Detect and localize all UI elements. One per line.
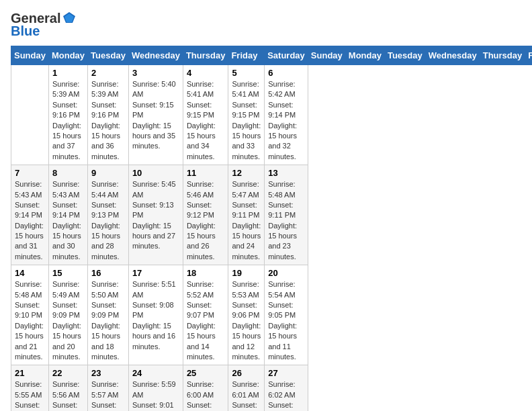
day-info: Sunrise: 5:43 AMSunset: 9:14 PMDaylight:…	[52, 179, 84, 262]
weekday-header-friday: Friday	[228, 46, 265, 65]
calendar-cell: 10Sunrise: 5:45 AMSunset: 9:13 PMDayligh…	[128, 165, 183, 265]
day-number: 25	[187, 368, 225, 378]
calendar-cell: 4Sunrise: 5:41 AMSunset: 9:15 PMDaylight…	[183, 65, 228, 165]
day-number: 11	[187, 168, 225, 178]
weekday-header-sunday: Sunday	[11, 46, 49, 65]
logo: General Blue	[11, 11, 77, 39]
day-info: Sunrise: 5:59 AMSunset: 9:01 PMDaylight:…	[132, 379, 179, 411]
calendar-cell: 7Sunrise: 5:43 AMSunset: 9:14 PMDaylight…	[11, 165, 49, 265]
day-number: 26	[232, 368, 261, 378]
calendar-week-1: 1Sunrise: 5:39 AMSunset: 9:16 PMDaylight…	[11, 65, 533, 165]
day-number: 20	[268, 268, 304, 278]
day-number: 22	[52, 368, 84, 378]
calendar-cell: 27Sunrise: 6:02 AMSunset: 8:58 PMDayligh…	[265, 365, 308, 411]
day-info: Sunrise: 6:01 AMSunset: 8:59 PMDaylight:…	[232, 379, 261, 411]
day-number: 6	[268, 68, 304, 78]
calendar-cell: 5Sunrise: 5:41 AMSunset: 9:15 PMDaylight…	[228, 65, 265, 165]
day-info: Sunrise: 5:41 AMSunset: 9:15 PMDaylight:…	[232, 79, 261, 162]
calendar-cell: 16Sunrise: 5:50 AMSunset: 9:09 PMDayligh…	[88, 265, 129, 365]
calendar-cell: 3Sunrise: 5:40 AMSunset: 9:15 PMDaylight…	[128, 65, 183, 165]
weekday-header-monday: Monday	[345, 46, 384, 65]
day-number: 3	[132, 68, 179, 78]
day-number: 7	[15, 168, 45, 178]
day-info: Sunrise: 5:57 AMSunset: 9:02 PMDaylight:…	[91, 379, 125, 411]
day-info: Sunrise: 6:02 AMSunset: 8:58 PMDaylight:…	[268, 379, 304, 411]
calendar-cell: 11Sunrise: 5:46 AMSunset: 9:12 PMDayligh…	[183, 165, 228, 265]
weekday-header-tuesday: Tuesday	[384, 46, 425, 65]
day-info: Sunrise: 5:41 AMSunset: 9:15 PMDaylight:…	[187, 79, 225, 162]
day-number: 21	[15, 368, 45, 378]
calendar-week-2: 7Sunrise: 5:43 AMSunset: 9:14 PMDaylight…	[11, 165, 533, 265]
logo-flag-icon	[62, 11, 77, 26]
calendar-cell: 9Sunrise: 5:44 AMSunset: 9:13 PMDaylight…	[88, 165, 129, 265]
day-info: Sunrise: 5:39 AMSunset: 9:16 PMDaylight:…	[91, 79, 125, 162]
day-number: 12	[232, 168, 261, 178]
day-number: 1	[52, 68, 84, 78]
day-info: Sunrise: 5:43 AMSunset: 9:14 PMDaylight:…	[15, 179, 45, 262]
day-number: 13	[268, 168, 304, 178]
day-info: Sunrise: 5:54 AMSunset: 9:05 PMDaylight:…	[268, 279, 304, 362]
weekday-header-monday: Monday	[48, 46, 87, 65]
day-info: Sunrise: 5:39 AMSunset: 9:16 PMDaylight:…	[52, 79, 84, 162]
day-number: 16	[91, 268, 125, 278]
calendar-cell: 15Sunrise: 5:49 AMSunset: 9:09 PMDayligh…	[48, 265, 87, 365]
day-info: Sunrise: 5:40 AMSunset: 9:15 PMDaylight:…	[132, 79, 179, 152]
day-info: Sunrise: 5:45 AMSunset: 9:13 PMDaylight:…	[132, 179, 179, 252]
day-number: 4	[187, 68, 225, 78]
day-info: Sunrise: 5:48 AMSunset: 9:11 PMDaylight:…	[268, 179, 304, 262]
page-header: General Blue	[11, 11, 521, 39]
calendar-cell: 22Sunrise: 5:56 AMSunset: 9:03 PMDayligh…	[48, 365, 87, 411]
weekday-header-saturday: Saturday	[265, 46, 308, 65]
day-info: Sunrise: 5:44 AMSunset: 9:13 PMDaylight:…	[91, 179, 125, 262]
day-info: Sunrise: 5:42 AMSunset: 9:14 PMDaylight:…	[268, 79, 304, 162]
calendar-cell: 20Sunrise: 5:54 AMSunset: 9:05 PMDayligh…	[265, 265, 308, 365]
calendar-cell: 25Sunrise: 6:00 AMSunset: 9:00 PMDayligh…	[183, 365, 228, 411]
day-info: Sunrise: 5:53 AMSunset: 9:06 PMDaylight:…	[232, 279, 261, 362]
day-number: 9	[91, 168, 125, 178]
calendar-week-4: 21Sunrise: 5:55 AMSunset: 9:04 PMDayligh…	[11, 365, 533, 411]
weekday-header-sunday: Sunday	[308, 46, 345, 65]
day-info: Sunrise: 5:52 AMSunset: 9:07 PMDaylight:…	[187, 279, 225, 362]
weekday-header-thursday: Thursday	[183, 46, 228, 65]
calendar-cell: 1Sunrise: 5:39 AMSunset: 9:16 PMDaylight…	[48, 65, 87, 165]
weekday-header-friday: Friday	[525, 46, 532, 65]
logo-blue-text: Blue	[11, 24, 40, 39]
day-info: Sunrise: 5:46 AMSunset: 9:12 PMDaylight:…	[187, 179, 225, 262]
calendar-cell: 18Sunrise: 5:52 AMSunset: 9:07 PMDayligh…	[183, 265, 228, 365]
day-number: 8	[52, 168, 84, 178]
day-number: 17	[132, 268, 179, 278]
weekday-header-wednesday: Wednesday	[425, 46, 480, 65]
day-number: 18	[187, 268, 225, 278]
calendar-cell: 13Sunrise: 5:48 AMSunset: 9:11 PMDayligh…	[265, 165, 308, 265]
calendar-cell: 14Sunrise: 5:48 AMSunset: 9:10 PMDayligh…	[11, 265, 49, 365]
day-info: Sunrise: 5:55 AMSunset: 9:04 PMDaylight:…	[15, 379, 45, 411]
day-number: 23	[91, 368, 125, 378]
day-info: Sunrise: 5:49 AMSunset: 9:09 PMDaylight:…	[52, 279, 84, 362]
calendar-week-3: 14Sunrise: 5:48 AMSunset: 9:10 PMDayligh…	[11, 265, 533, 365]
calendar-cell: 17Sunrise: 5:51 AMSunset: 9:08 PMDayligh…	[128, 265, 183, 365]
day-info: Sunrise: 5:47 AMSunset: 9:11 PMDaylight:…	[232, 179, 261, 262]
weekday-header-thursday: Thursday	[480, 46, 525, 65]
calendar-cell: 26Sunrise: 6:01 AMSunset: 8:59 PMDayligh…	[228, 365, 265, 411]
calendar-header-row: SundayMondayTuesdayWednesdayThursdayFrid…	[11, 46, 533, 65]
calendar-cell: 23Sunrise: 5:57 AMSunset: 9:02 PMDayligh…	[88, 365, 129, 411]
day-number: 19	[232, 268, 261, 278]
day-info: Sunrise: 5:56 AMSunset: 9:03 PMDaylight:…	[52, 379, 84, 411]
day-info: Sunrise: 5:50 AMSunset: 9:09 PMDaylight:…	[91, 279, 125, 362]
calendar-cell: 19Sunrise: 5:53 AMSunset: 9:06 PMDayligh…	[228, 265, 265, 365]
calendar-cell: 24Sunrise: 5:59 AMSunset: 9:01 PMDayligh…	[128, 365, 183, 411]
day-info: Sunrise: 5:48 AMSunset: 9:10 PMDaylight:…	[15, 279, 45, 362]
day-number: 2	[91, 68, 125, 78]
day-number: 27	[268, 368, 304, 378]
weekday-header-tuesday: Tuesday	[88, 46, 129, 65]
day-info: Sunrise: 6:00 AMSunset: 9:00 PMDaylight:…	[187, 379, 225, 411]
weekday-header-wednesday: Wednesday	[128, 46, 183, 65]
day-number: 5	[232, 68, 261, 78]
calendar-cell: 12Sunrise: 5:47 AMSunset: 9:11 PMDayligh…	[228, 165, 265, 265]
calendar-cell	[11, 65, 49, 165]
day-number: 24	[132, 368, 179, 378]
day-number: 14	[15, 268, 45, 278]
day-info: Sunrise: 5:51 AMSunset: 9:08 PMDaylight:…	[132, 279, 179, 352]
calendar-cell: 6Sunrise: 5:42 AMSunset: 9:14 PMDaylight…	[265, 65, 308, 165]
day-number: 15	[52, 268, 84, 278]
